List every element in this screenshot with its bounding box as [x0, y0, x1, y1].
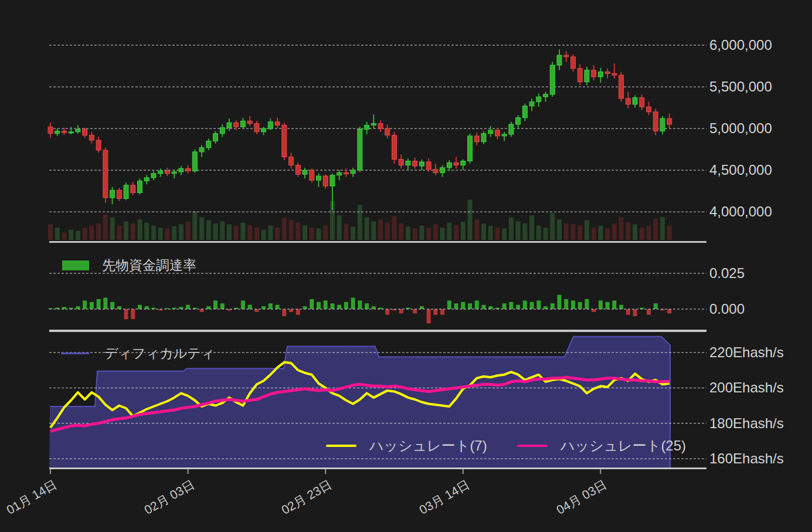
- candlestick[interactable]: [619, 75, 624, 99]
- funding-rate-bar[interactable]: [413, 309, 417, 313]
- funding-rate-bar[interactable]: [206, 306, 210, 309]
- volume-bar[interactable]: [227, 224, 232, 240]
- volume-bar[interactable]: [371, 222, 376, 240]
- funding-rate-bar[interactable]: [131, 309, 135, 319]
- volume-bar[interactable]: [172, 226, 176, 240]
- candlestick[interactable]: [247, 121, 252, 123]
- volume-bar[interactable]: [413, 228, 417, 240]
- volume-bar[interactable]: [254, 228, 259, 240]
- volume-bar[interactable]: [612, 223, 617, 240]
- candlestick[interactable]: [186, 168, 191, 171]
- candlestick[interactable]: [440, 168, 445, 173]
- volume-bar[interactable]: [289, 220, 294, 240]
- candlestick[interactable]: [89, 135, 94, 140]
- candlestick[interactable]: [240, 121, 245, 127]
- volume-bar[interactable]: [158, 228, 163, 240]
- volume-bar[interactable]: [468, 199, 473, 240]
- funding-rate-bar[interactable]: [90, 302, 94, 309]
- volume-bar[interactable]: [516, 222, 521, 240]
- volume-bar[interactable]: [213, 223, 218, 240]
- candlestick[interactable]: [653, 112, 658, 131]
- candlestick[interactable]: [392, 135, 397, 159]
- candlestick[interactable]: [371, 124, 376, 126]
- volume-bar[interactable]: [619, 218, 624, 240]
- candlestick[interactable]: [234, 123, 239, 127]
- candlestick[interactable]: [103, 150, 108, 198]
- funding-rate-bar[interactable]: [241, 300, 245, 309]
- volume-bar[interactable]: [192, 211, 197, 240]
- funding-rate-bar[interactable]: [358, 300, 362, 309]
- funding-rate-bar[interactable]: [585, 299, 589, 309]
- volume-bar[interactable]: [131, 223, 135, 240]
- candlestick[interactable]: [220, 128, 225, 134]
- candlestick[interactable]: [640, 98, 644, 107]
- candlestick[interactable]: [316, 176, 321, 180]
- candlestick[interactable]: [365, 125, 369, 129]
- funding-rate-bar[interactable]: [420, 306, 424, 309]
- volume-bar[interactable]: [83, 228, 87, 240]
- candlestick[interactable]: [522, 106, 527, 118]
- candlestick[interactable]: [323, 176, 328, 186]
- funding-rate-bar[interactable]: [62, 307, 66, 309]
- candlestick[interactable]: [399, 160, 403, 165]
- candlestick[interactable]: [502, 134, 507, 136]
- candlestick[interactable]: [62, 131, 66, 133]
- funding-rate-bar[interactable]: [488, 306, 492, 309]
- volume-bar[interactable]: [48, 224, 53, 240]
- volume-bar[interactable]: [626, 223, 630, 240]
- funding-rate-bar[interactable]: [564, 299, 568, 309]
- candlestick[interactable]: [557, 55, 562, 65]
- candlestick[interactable]: [598, 72, 603, 77]
- candlestick[interactable]: [131, 185, 135, 193]
- volume-bar[interactable]: [536, 226, 541, 240]
- volume-bar[interactable]: [165, 228, 169, 240]
- volume-bar[interactable]: [268, 226, 273, 240]
- volume-bar[interactable]: [89, 226, 94, 240]
- volume-bar[interactable]: [440, 228, 445, 240]
- funding-rate-bar[interactable]: [578, 302, 582, 309]
- volume-bar[interactable]: [295, 223, 300, 240]
- funding-rate-bar[interactable]: [248, 305, 252, 309]
- candlestick[interactable]: [468, 136, 473, 161]
- funding-rate-bar[interactable]: [289, 309, 293, 312]
- candlestick[interactable]: [626, 99, 630, 104]
- candlestick[interactable]: [577, 69, 582, 82]
- funding-rate-bar[interactable]: [592, 309, 596, 312]
- candlestick[interactable]: [474, 136, 479, 142]
- volume-bar[interactable]: [529, 215, 534, 240]
- volume-bar[interactable]: [495, 228, 500, 240]
- candlestick[interactable]: [165, 171, 169, 174]
- volume-bar[interactable]: [62, 232, 66, 240]
- funding-rate-bar[interactable]: [330, 303, 334, 309]
- volume-bar[interactable]: [454, 225, 458, 240]
- funding-rate-bar[interactable]: [612, 300, 616, 309]
- funding-rate-bar[interactable]: [303, 306, 307, 309]
- volume-bar[interactable]: [96, 223, 101, 240]
- funding-rate-bar[interactable]: [138, 305, 142, 309]
- funding-rate-bar[interactable]: [317, 302, 321, 309]
- funding-rate-bar[interactable]: [571, 300, 575, 309]
- funding-rate-bar[interactable]: [103, 297, 107, 309]
- candlestick[interactable]: [454, 162, 458, 165]
- volume-bar[interactable]: [433, 224, 438, 240]
- volume-bar[interactable]: [419, 226, 424, 240]
- funding-rate-bar[interactable]: [647, 309, 651, 315]
- funding-rate-bar[interactable]: [599, 300, 603, 309]
- funding-rate-bar[interactable]: [261, 306, 266, 309]
- candlestick[interactable]: [275, 122, 280, 126]
- candlestick[interactable]: [667, 118, 672, 124]
- candlestick[interactable]: [543, 94, 548, 97]
- volume-bar[interactable]: [137, 219, 142, 240]
- candlestick[interactable]: [137, 181, 142, 193]
- candlestick[interactable]: [585, 70, 589, 82]
- funding-rate-bar[interactable]: [324, 300, 328, 309]
- volume-bar[interactable]: [640, 228, 644, 240]
- funding-rate-bar[interactable]: [179, 307, 183, 309]
- volume-bar[interactable]: [261, 230, 266, 240]
- candlestick[interactable]: [282, 125, 287, 157]
- candlestick[interactable]: [536, 97, 541, 102]
- volume-bar[interactable]: [337, 215, 342, 240]
- candlestick[interactable]: [495, 130, 500, 136]
- candlestick[interactable]: [488, 130, 493, 134]
- funding-rate-bar[interactable]: [509, 302, 513, 309]
